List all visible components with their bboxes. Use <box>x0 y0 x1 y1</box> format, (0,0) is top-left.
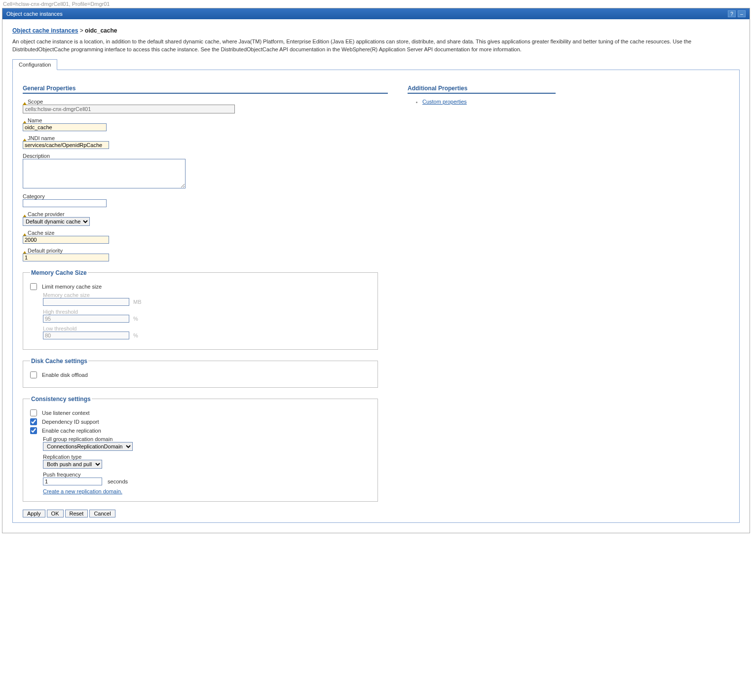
high-threshold-input <box>43 315 129 323</box>
jndi-label: JNDI name <box>23 135 388 141</box>
apply-button[interactable]: Apply <box>23 510 45 517</box>
push-frequency-input[interactable] <box>43 478 102 485</box>
low-threshold-input <box>43 332 129 339</box>
help-icon[interactable]: ? <box>728 10 736 17</box>
enable-disk-offload-checkbox[interactable] <box>30 371 37 378</box>
form-body: General Properties Scope cells:hclsw-cnx… <box>12 70 740 523</box>
category-field: Category <box>23 193 388 207</box>
enable-disk-offload-label: Enable disk offload <box>42 372 88 378</box>
limit-memory-label: Limit memory cache size <box>42 284 102 290</box>
cache-provider-label: Cache provider <box>23 211 388 217</box>
required-marker-icon <box>23 249 27 253</box>
high-threshold-label: High threshold <box>43 309 371 315</box>
required-marker-icon <box>23 100 27 104</box>
memory-cache-group: Memory Cache Size Limit memory cache siz… <box>23 269 378 350</box>
title-bar: Object cache instances ? – <box>2 8 750 19</box>
category-input[interactable] <box>23 199 107 207</box>
consistency-header: Consistency settings <box>30 396 92 403</box>
required-marker-icon <box>23 213 27 217</box>
cache-size-input[interactable] <box>23 236 109 244</box>
general-properties-header: General Properties <box>23 85 388 94</box>
listener-context-checkbox[interactable] <box>30 409 37 416</box>
replication-type-select[interactable]: Both push and pull <box>43 460 102 469</box>
breadcrumb-current: oidc_cache <box>85 27 117 34</box>
name-label: Name <box>23 117 388 123</box>
description-label: Description <box>23 153 388 159</box>
description-field: Description <box>23 153 388 189</box>
cancel-button[interactable]: Cancel <box>89 510 115 517</box>
additional-properties-list: Custom properties <box>422 99 556 105</box>
additional-properties-header: Additional Properties <box>408 85 556 94</box>
disk-cache-header: Disk Cache settings <box>30 358 88 365</box>
side-column: Additional Properties Custom properties <box>408 85 556 517</box>
default-priority-input[interactable] <box>23 254 109 261</box>
tabs: Configuration <box>12 59 740 70</box>
low-threshold-label: Low threshold <box>43 326 371 332</box>
content-area: Object cache instances > oidc_cache An o… <box>2 19 750 533</box>
scope-field: Scope cells:hclsw-cnx-dmgrCell01 <box>23 99 388 113</box>
jndi-input[interactable] <box>23 141 109 149</box>
memory-cache-header: Memory Cache Size <box>30 269 88 276</box>
required-marker-icon <box>23 119 27 123</box>
title-bar-text: Object cache instances <box>6 11 726 17</box>
name-input[interactable] <box>23 123 107 131</box>
listener-context-label: Use listener context <box>42 410 90 416</box>
default-priority-label: Default priority <box>23 248 388 254</box>
ok-button[interactable]: OK <box>47 510 64 517</box>
disk-cache-group: Disk Cache settings Enable disk offload <box>23 358 378 388</box>
breadcrumb-parent-link[interactable]: Object cache instances <box>12 27 78 34</box>
custom-properties-link[interactable]: Custom properties <box>422 99 467 105</box>
scope-value: cells:hclsw-cnx-dmgrCell01 <box>23 105 235 113</box>
high-threshold-unit: % <box>133 316 138 322</box>
replication-domain-label: Full group replication domain <box>43 436 371 442</box>
create-replication-domain-link[interactable]: Create a new replication domain. <box>43 488 122 494</box>
enable-replication-label: Enable cache replication <box>42 428 101 434</box>
description-textarea[interactable] <box>23 159 186 188</box>
button-row: Apply OK Reset Cancel <box>23 510 388 517</box>
reset-button[interactable]: Reset <box>65 510 88 517</box>
name-field: Name <box>23 117 388 131</box>
main-column: General Properties Scope cells:hclsw-cnx… <box>23 85 388 517</box>
push-frequency-unit: seconds <box>108 479 128 484</box>
replication-type-label: Replication type <box>43 454 371 460</box>
category-label: Category <box>23 193 388 199</box>
scope-label: Scope <box>23 99 388 105</box>
page-description: An object cache instance is a location, … <box>12 38 740 54</box>
consistency-group: Consistency settings Use listener contex… <box>23 396 378 502</box>
panel-frame: Object cache instances ? – Object cache … <box>2 8 750 533</box>
required-marker-icon <box>23 231 27 235</box>
default-priority-field: Default priority <box>23 248 388 261</box>
breadcrumb: Object cache instances > oidc_cache <box>12 27 740 34</box>
replication-domain-select[interactable]: ConnectionsReplicationDomain <box>43 442 133 451</box>
memory-size-unit: MB <box>133 299 142 305</box>
low-threshold-unit: % <box>133 332 138 338</box>
jndi-field: JNDI name <box>23 135 388 149</box>
minimize-icon[interactable]: – <box>738 10 746 17</box>
cache-provider-select[interactable]: Default dynamic cache <box>23 217 90 226</box>
dependency-id-checkbox[interactable] <box>30 418 37 425</box>
cache-provider-field: Cache provider Default dynamic cache <box>23 211 388 226</box>
memory-size-label: Memory cache size <box>43 292 371 298</box>
breadcrumb-separator: > <box>80 27 85 34</box>
required-marker-icon <box>23 137 27 141</box>
memory-size-input <box>43 298 129 306</box>
tab-configuration[interactable]: Configuration <box>12 59 57 70</box>
push-frequency-label: Push frequency <box>43 472 371 478</box>
cache-size-label: Cache size <box>23 230 388 236</box>
cache-size-field: Cache size <box>23 230 388 244</box>
dependency-id-label: Dependency ID support <box>42 419 99 425</box>
enable-replication-checkbox[interactable] <box>30 427 37 434</box>
top-crumb: Cell=hclsw-cnx-dmgrCell01, Profile=Dmgr0… <box>0 0 752 8</box>
custom-properties-item: Custom properties <box>422 99 556 105</box>
limit-memory-checkbox[interactable] <box>30 283 37 290</box>
